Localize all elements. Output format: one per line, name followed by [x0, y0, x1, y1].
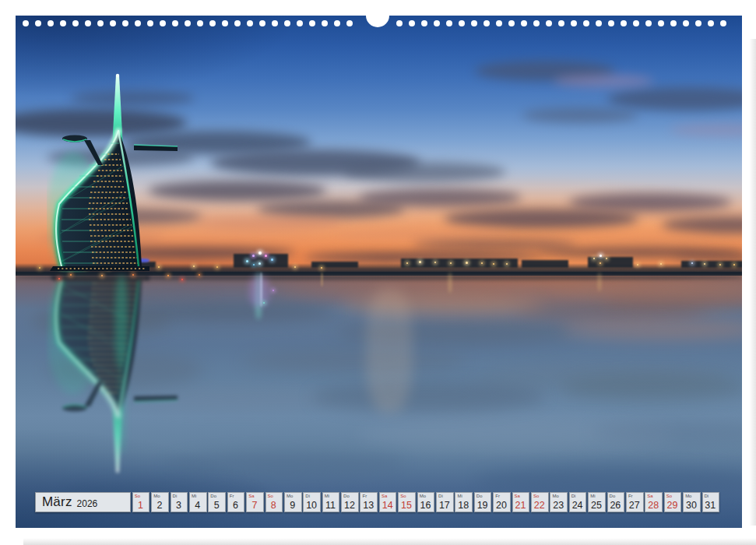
burj-al-arab-building [47, 70, 234, 272]
binding-hole [434, 20, 440, 26]
building-reflection [47, 274, 234, 476]
binding-hole [508, 20, 515, 26]
day-cell: Mo23 [550, 492, 568, 512]
day-number: 12 [342, 501, 357, 511]
distant-building-silhouette [401, 258, 518, 268]
day-cell: Di10 [303, 492, 321, 512]
day-number: 26 [608, 501, 624, 511]
weekday-label: Sa [248, 494, 254, 498]
distant-building-silhouette [311, 262, 358, 268]
binding-hole [683, 20, 689, 26]
burj-al-arab-reflection-image [47, 274, 234, 476]
binding-hole [471, 20, 477, 26]
weekday-label: So [666, 494, 672, 498]
binding-hole [160, 20, 166, 26]
city-light [704, 263, 705, 265]
day-cell: So8 [265, 492, 283, 512]
day-number: 5 [209, 501, 224, 511]
weekday-label: Mi [457, 494, 462, 498]
page-edge-shadow-right [749, 39, 756, 526]
city-light [132, 274, 134, 276]
day-cell: Di17 [436, 492, 454, 512]
binding-hole [670, 20, 677, 26]
binding-hole [621, 20, 627, 26]
day-number: 11 [323, 501, 339, 511]
distant-building-silhouette [522, 260, 568, 268]
binding-hole [521, 20, 527, 26]
weekday-label: Sa [515, 494, 520, 498]
binding-hole [334, 20, 340, 26]
binding-hole [658, 20, 664, 26]
reflection-streak [448, 272, 452, 293]
binding-hole [259, 20, 265, 26]
city-light [466, 262, 468, 264]
city-light [606, 258, 607, 259]
day-cell: So1 [132, 492, 150, 512]
day-number: 7 [247, 501, 262, 511]
binding-hole [297, 20, 303, 26]
binding-hole [97, 20, 104, 26]
mast-tip-light [116, 469, 119, 473]
day-number: 27 [627, 501, 642, 511]
cloud [568, 193, 732, 212]
weekday-label: Di [173, 494, 178, 498]
day-cell: Di3 [171, 492, 188, 512]
binding-hole [197, 20, 203, 26]
city-light [101, 275, 103, 276]
day-number: 1 [133, 501, 149, 511]
day-cell: Do12 [341, 492, 359, 512]
mast-tip-light [116, 74, 119, 77]
day-cell: Sa14 [379, 492, 397, 512]
weekday-label: So [400, 494, 406, 498]
binding-hole [247, 20, 253, 26]
calendar-strip: März 2026 So1Mo2Di3Mi4Do5Fr6Sa7So8Mo9Di1… [35, 492, 719, 512]
binding-hole [135, 20, 141, 26]
binding-hole [596, 20, 602, 26]
day-cell: Di24 [569, 492, 587, 512]
city-light [434, 262, 436, 263]
day-number: 19 [475, 501, 491, 511]
day-number: 23 [550, 501, 566, 511]
weekday-label: Fr [495, 494, 500, 498]
cloud [343, 162, 506, 182]
weekday-label: Di [438, 494, 443, 498]
weekday-label: Do [610, 494, 616, 498]
reflection-streak [115, 276, 128, 369]
city-light [719, 264, 721, 265]
city-light [660, 263, 662, 265]
weekday-label: Mi [325, 494, 329, 498]
weekday-label: Mo [153, 494, 160, 498]
day-number: 3 [171, 501, 187, 511]
day-number: 14 [380, 501, 396, 511]
binding-hole [309, 20, 315, 26]
year-label: 2026 [77, 496, 98, 509]
binding-hole [633, 20, 639, 26]
cloud [413, 240, 576, 249]
binding-hole [185, 20, 191, 26]
reflection-streak [366, 288, 413, 413]
weekday-label: Di [571, 494, 576, 498]
weekday-label: Di [705, 494, 709, 498]
day-cell: Fr6 [227, 492, 245, 512]
binding-hole [459, 20, 465, 26]
reflection-streak [249, 276, 269, 307]
day-number: 18 [455, 501, 471, 511]
day-number: 20 [494, 501, 509, 511]
weekday-label: So [135, 494, 140, 498]
binding-hole [72, 20, 79, 26]
binding-hole [558, 20, 564, 26]
calendar-product-image: { "calendar": { "month": "März", "year":… [0, 0, 756, 545]
city-light [58, 278, 60, 280]
weekday-label: Mi [590, 494, 595, 498]
day-cell: Fr13 [360, 492, 378, 512]
weekday-label: So [268, 494, 273, 498]
day-number: 9 [285, 501, 301, 511]
day-cell: Do5 [208, 492, 226, 512]
city-light [593, 258, 595, 259]
binding-hole [421, 20, 427, 26]
city-light [506, 263, 508, 265]
binding-hole [23, 20, 29, 26]
city-light [637, 264, 638, 265]
weekday-label: Sa [382, 494, 387, 498]
binding-hole [284, 20, 290, 26]
